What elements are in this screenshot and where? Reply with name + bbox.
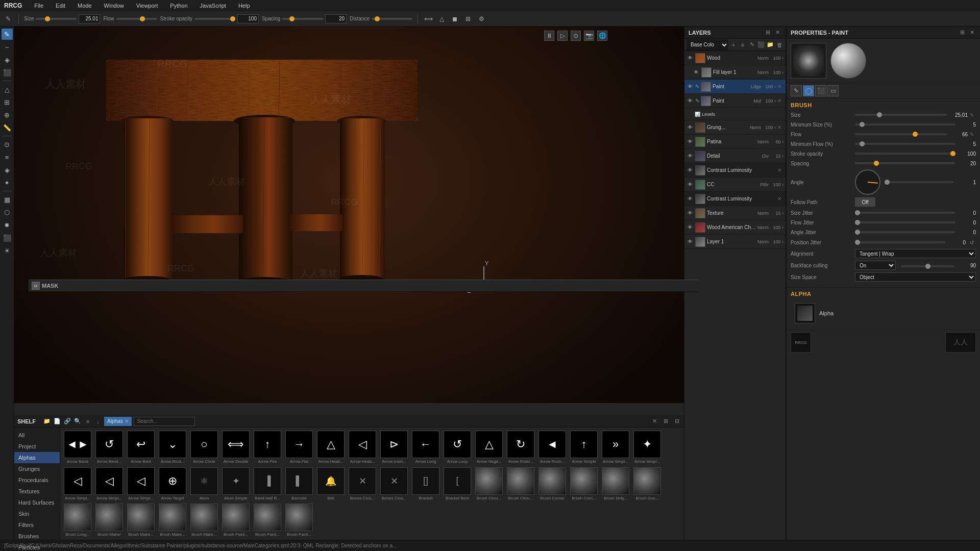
shelf-filter-tag[interactable]: Alphas ✕ — [104, 417, 132, 426]
layers-delete-btn[interactable]: 🗑 — [775, 41, 783, 49]
shelf-item-26[interactable]: ▌Barcode — [284, 466, 314, 502]
layer-eye-detail[interactable]: 👁 — [687, 153, 694, 160]
layer-item-cherry[interactable]: 👁 Wood American Cherry Norm 100 › — [684, 220, 786, 235]
layer-eye-contrast1[interactable]: 👁 — [687, 167, 694, 174]
shelf-item-37[interactable]: Brush Gou... — [632, 466, 663, 502]
spacing-prop-slider[interactable] — [855, 162, 955, 164]
channel-cube-btn[interactable]: ⬛ — [815, 85, 826, 96]
size-jitter-slider[interactable] — [855, 212, 955, 214]
paint-tool[interactable]: ✎ — [2, 29, 13, 40]
shelf-item-40[interactable]: Brush Make... — [126, 503, 156, 538]
shelf-item-0[interactable]: ◄►Arrow Band — [62, 430, 93, 465]
layer-item-fill[interactable]: 👁 Fill layer 1 Norm 100 › — [684, 65, 786, 80]
shelf-item-6[interactable]: ↑Arrow Fire — [252, 430, 283, 465]
layers-paint-btn[interactable]: ✎ — [748, 41, 756, 49]
size-edit-icon[interactable]: ✎ — [970, 112, 976, 118]
shelf-item-8[interactable]: △Arrow Head... — [315, 430, 346, 465]
base-color-dropdown[interactable]: Base Colo — [687, 39, 728, 51]
select-tool[interactable]: ⊞ — [2, 96, 13, 108]
channel-plane-btn[interactable]: ▭ — [827, 85, 839, 96]
layer-close-paint[interactable]: ✕ — [777, 84, 783, 89]
geometry-tool[interactable]: △ — [2, 84, 13, 95]
layer-item-paint2[interactable]: 👁 ✎ Paint Mul 100 › ✕ — [684, 94, 786, 108]
shelf-cat-alphas[interactable]: Alphas — [14, 452, 60, 463]
min-flow-slider[interactable] — [855, 143, 955, 145]
transform-tool[interactable]: ⊕ — [2, 109, 13, 120]
min-size-slider[interactable] — [855, 123, 955, 126]
stamp-tool[interactable]: ⬛ — [2, 232, 13, 243]
menu-edit[interactable]: Edit — [54, 2, 67, 10]
layers-close-btn[interactable]: ✕ — [773, 29, 781, 37]
shelf-folder-btn[interactable]: 📁 — [43, 417, 51, 425]
layer-close-grunge[interactable]: ✕ — [777, 124, 783, 130]
shelf-item-33[interactable]: Brush Circu... — [505, 466, 536, 502]
layers-filter-btn[interactable]: ≡ — [739, 41, 747, 49]
flow-prop-slider[interactable] — [855, 133, 947, 135]
shelf-item-11[interactable]: ←Arrow Long — [410, 430, 441, 465]
shelf-search-input[interactable] — [134, 417, 195, 426]
layer-eye-patina[interactable]: 👁 — [687, 138, 694, 145]
shelf-item-31[interactable]: [Bracket Bent — [442, 466, 473, 502]
alignment-dropdown[interactable]: Tangent | Wrap — [855, 249, 976, 258]
shelf-cat-grunges[interactable]: Grunges — [14, 463, 60, 474]
position-jitter-reset-btn[interactable]: ↺ — [968, 238, 976, 246]
play-btn[interactable]: ▷ — [557, 31, 568, 41]
layer-tool[interactable]: ≡ — [2, 152, 13, 163]
shelf-item-34[interactable]: Brush Corner — [537, 466, 568, 502]
layer-item-grunge[interactable]: 👁 Grung... Norm 100 › ✕ — [684, 120, 786, 135]
effect-tool[interactable]: ✦ — [2, 177, 13, 188]
layer-item-contrast1[interactable]: 👁 Contrast Luminosity ✕ — [684, 163, 786, 178]
shelf-cat-brushes[interactable]: Brushes — [14, 531, 60, 542]
shelf-item-13[interactable]: △Arrow Nega... — [474, 430, 504, 465]
shelf-item-21[interactable]: ◁Arrow Simpl... — [126, 466, 156, 502]
bake-tool[interactable]: ⬡ — [2, 207, 13, 218]
size-input[interactable] — [79, 14, 100, 23]
camera-btn[interactable]: 📷 — [584, 31, 594, 41]
shelf-item-43[interactable]: Brush Paint... — [220, 503, 251, 538]
spacing-input[interactable] — [325, 14, 347, 23]
shelf-item-45[interactable]: Brush Paint... — [284, 503, 314, 538]
environment-btn[interactable]: 🌐 — [597, 31, 607, 41]
shelf-item-35[interactable]: Brush Corn... — [569, 466, 599, 502]
shelf-item-36[interactable]: Brush Dirty... — [600, 466, 631, 502]
layer-eye-cc[interactable]: 👁 — [687, 181, 694, 188]
layers-expand-btn[interactable]: ⊞ — [764, 29, 772, 37]
shelf-item-29[interactable]: ✕Bones Cros... — [379, 466, 409, 502]
layer-eye-cherry[interactable]: 👁 — [687, 224, 694, 231]
layer-item-patina[interactable]: 👁 Patina Norm 60 › — [684, 135, 786, 149]
shelf-item-28[interactable]: ✕Bones Cros... — [347, 466, 378, 502]
layer-eye-texture[interactable]: 👁 — [687, 210, 694, 217]
layer-item-cc[interactable]: 👁 CC Pthr 100 › — [684, 178, 786, 192]
shelf-cat-project[interactable]: Project — [14, 441, 60, 452]
layer-item-levels[interactable]: 📊 Levels — [684, 108, 786, 120]
material-tool[interactable]: ◈ — [2, 164, 13, 176]
size-space-dropdown[interactable]: Object — [855, 272, 976, 282]
menu-python[interactable]: Python — [168, 2, 189, 10]
shelf-window-btn[interactable]: ⊟ — [673, 417, 681, 425]
stroke-opacity-prop-slider[interactable] — [855, 153, 955, 155]
angle-jitter-slider[interactable] — [855, 231, 955, 233]
shelf-item-27[interactable]: 🔔Bell — [315, 466, 346, 502]
shelf-filter-btn[interactable]: ≡ — [84, 417, 92, 425]
shelf-item-7[interactable]: →Arrow Flat — [284, 430, 314, 465]
shelf-source-btn[interactable]: ↓ — [94, 417, 102, 425]
flow-jitter-slider[interactable] — [855, 221, 955, 223]
shelf-item-42[interactable]: Brush Make... — [189, 503, 219, 538]
clone-tool[interactable]: ◈ — [2, 54, 13, 65]
shelf-item-17[interactable]: »Arrow Simpl... — [600, 430, 631, 465]
symmetry-btn[interactable]: ⟺ — [423, 14, 433, 24]
menu-window[interactable]: Window — [102, 2, 126, 10]
layer-item-detail[interactable]: 👁 Detail Div 15 › — [684, 149, 786, 163]
shelf-link-btn[interactable]: 🔗 — [63, 417, 71, 425]
properties-expand-btn[interactable]: ⊞ — [958, 29, 966, 37]
shelf-item-10[interactable]: ⊳Arrow Inset... — [379, 430, 409, 465]
brush-tool-btn[interactable]: ✎ — [3, 14, 13, 24]
shelf-file-btn[interactable]: 📄 — [53, 417, 61, 425]
shelf-item-3[interactable]: ⌄Arrow Bord... — [157, 430, 188, 465]
angle-wheel[interactable] — [855, 169, 880, 195]
layer-item-paint-active[interactable]: 👁 ✎ Paint Ldge 100 › ✕ — [684, 80, 786, 94]
fill-tool[interactable]: ⬛ — [2, 67, 13, 78]
shelf-item-15[interactable]: ◄Arrow Roun... — [537, 430, 568, 465]
backface-culling-slider[interactable] — [901, 265, 954, 267]
shelf-item-4[interactable]: ○Arrow Circle — [189, 430, 219, 465]
